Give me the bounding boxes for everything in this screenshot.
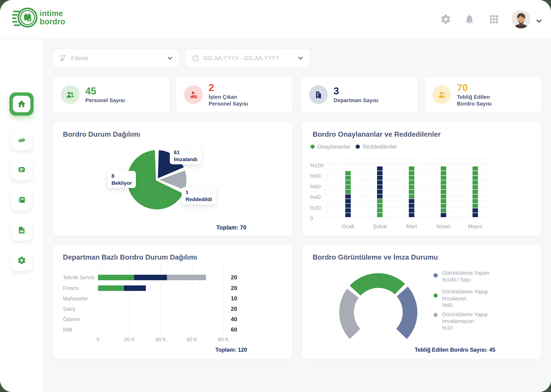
legend-dot-rejected: [356, 145, 360, 149]
category-label: Ödeme: [63, 316, 80, 323]
bar-segment: [124, 285, 146, 291]
bar-segment: [473, 171, 478, 175]
legend-line: Görüntüleme Yapıp: [442, 288, 488, 295]
bar-segment: [377, 199, 383, 203]
category-label: Finans: [63, 285, 79, 292]
user-avatar[interactable]: [512, 10, 530, 28]
bar-segment: [345, 171, 351, 175]
row-value: 20: [231, 274, 237, 281]
card-title: Bordro Onaylananlar ve Reddedilenler: [313, 130, 441, 138]
row-value: 10: [231, 295, 237, 302]
sidebar-item-reports[interactable]: [11, 219, 32, 241]
category-label: Satış: [63, 306, 75, 312]
legend-signed: Görüntüleme Yapıp İmzalayan %90: [442, 288, 488, 308]
hbar-Teknik Servis: [98, 275, 206, 280]
settings-gear-icon[interactable]: [440, 14, 452, 25]
bar-segment: [473, 185, 478, 189]
bar-segment: [98, 285, 124, 291]
legend-line: İmzalayan: [442, 295, 488, 302]
bar-segment: [441, 171, 446, 175]
bar-segment: [441, 190, 446, 194]
bar-segment: [473, 176, 478, 180]
pie-label-value: 8: [112, 172, 132, 179]
bar-segment: [409, 199, 414, 203]
app-window: intime bordro: [0, 0, 551, 392]
notifications-bell-icon[interactable]: [463, 14, 475, 25]
sidebar-item-payments[interactable]: [11, 129, 32, 150]
hbar-Finans: [98, 285, 146, 291]
legend-viewed: Görüntüleme Yapan %100 / Sayı: [442, 270, 489, 283]
stat-label: Departman Sayısı: [334, 97, 378, 104]
x-tick: 40 K: [148, 336, 173, 343]
bar-segment: [377, 180, 383, 185]
bar-segment: [473, 213, 478, 217]
bar-segment: [441, 204, 446, 208]
stat-label: İşten Çıkan: [209, 94, 248, 100]
view-sign-status-card: Bordro Görüntüleme ve İmza Durumu Görünt…: [302, 244, 541, 360]
legend-line: Görüntüleme Yapıp: [442, 311, 488, 318]
bar-segment: [441, 194, 446, 199]
stat-value: 2: [209, 82, 248, 93]
bar-segment: [134, 275, 167, 280]
bar-segment: [409, 167, 414, 171]
filter-dropdown[interactable]: Filtrele: [53, 49, 179, 68]
legend-line: İmzalamayan: [442, 318, 488, 324]
stacked-bar-Mayıs: [473, 167, 478, 217]
sidebar-item-dashboard[interactable]: [9, 92, 34, 116]
row-value: 60: [231, 326, 237, 333]
bar-segment: [377, 190, 383, 194]
profile-chevron-down-icon[interactable]: [533, 15, 545, 27]
pie-total: Toplam: 70: [216, 224, 246, 231]
category-label: IMB: [63, 326, 72, 333]
gridline: [322, 169, 490, 169]
stat-label: Personel Sayısı: [85, 97, 125, 104]
department-rows: 020 K40 K60 K80 KTeknik Servis20Finans20…: [53, 245, 292, 359]
top-bar: intime bordro: [0, 0, 551, 39]
notebook-icon: [17, 196, 26, 204]
bar-segment: [98, 275, 134, 280]
legend-dot-not-signed: [433, 313, 438, 317]
bar-segment: [409, 176, 414, 180]
category-label: Teknik Servis: [63, 274, 94, 281]
y-tick: 0: [310, 215, 313, 221]
sidebar-item-documents[interactable]: [11, 159, 32, 180]
bar-segment: [345, 194, 351, 199]
date-range-dropdown[interactable]: GG.AA.YYYY - GG.AA.YYYY: [185, 49, 310, 68]
bar-segment: [377, 208, 383, 213]
pages-icon: [17, 135, 26, 144]
apps-grid-icon[interactable]: [488, 14, 500, 25]
bar-segment: [473, 199, 478, 203]
stacked-bar-Şubat: [377, 167, 383, 217]
people-icon: [61, 85, 80, 104]
chevron-down-icon: [166, 55, 174, 62]
bar-segment: [409, 180, 414, 185]
sidebar-item-settings[interactable]: [11, 250, 32, 271]
date-range-placeholder: GG.AA.YYYY - GG.AA.YYYY: [203, 55, 279, 62]
card-title: Bordro Görüntüleme ve İmza Durumu: [313, 253, 438, 261]
bar-segment: [167, 275, 206, 280]
filter-placeholder: Filtrele: [71, 55, 88, 62]
x-tick: 60 K: [180, 336, 204, 343]
pie-label-value: 1: [186, 189, 212, 196]
stacked-bar-Nisan: [441, 167, 446, 217]
stat-card-departed-personnel: 2 İşten Çıkan Personel Sayısı: [176, 76, 293, 113]
y-tick: %40: [310, 194, 321, 200]
pie-label-value: 61: [174, 149, 197, 156]
legend-label-approved: Onaylananlar: [318, 144, 350, 150]
calendar-icon: [191, 54, 199, 62]
legend-dot-viewed: [433, 273, 438, 278]
x-tick: Mart: [399, 223, 424, 230]
pie-label-bekliyor: 8 Bekliyor: [107, 171, 136, 188]
legend-label-rejected: Reddedilenler: [363, 144, 397, 150]
x-tick: Mayıs: [463, 223, 488, 230]
sidebar-item-payroll-book[interactable]: [11, 189, 32, 210]
bar-segment: [345, 176, 351, 180]
legend-line: %90: [442, 302, 488, 308]
bar-segment: [473, 167, 478, 171]
logo-calendar-icon: [12, 6, 38, 29]
sidebar: [0, 39, 43, 392]
bar-segment: [441, 185, 446, 189]
approved-rejected-bar-card: Bordro Onaylananlar ve Reddedilenler Ona…: [302, 121, 541, 236]
bar-segment: [409, 213, 414, 217]
bar-segment: [409, 194, 414, 199]
